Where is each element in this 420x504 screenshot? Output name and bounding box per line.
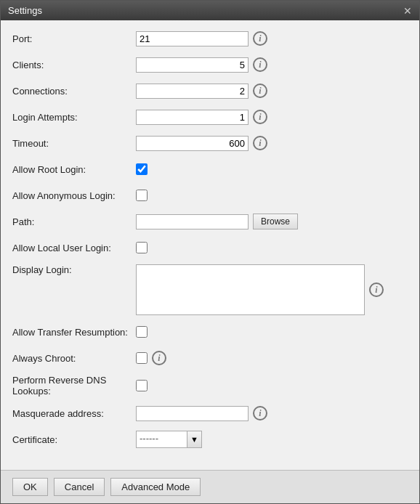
- connections-row: Connections: i: [12, 81, 408, 100]
- display-login-row: Display Login: i: [12, 264, 408, 315]
- allow-local-checkbox[interactable]: [136, 242, 148, 253]
- advanced-mode-button[interactable]: Advanced Mode: [110, 478, 201, 496]
- always-chroot-control: i: [136, 351, 408, 365]
- port-control: i: [136, 31, 408, 46]
- connections-info-icon[interactable]: i: [253, 84, 267, 98]
- port-label: Port:: [12, 33, 136, 44]
- clients-control: i: [136, 57, 408, 73]
- allow-root-checkbox[interactable]: [136, 163, 148, 175]
- reverse-dns-control: [136, 380, 408, 391]
- title-bar: Settings ✕: [1, 1, 419, 20]
- always-chroot-checkbox[interactable]: [136, 352, 148, 364]
- reverse-dns-label: Perform Reverse DNS Lookups:: [12, 375, 136, 397]
- allow-anon-control: [136, 190, 408, 201]
- certificate-value: ------: [136, 431, 187, 448]
- clients-info-icon[interactable]: i: [253, 57, 267, 72]
- login-attempts-info-icon[interactable]: i: [253, 110, 267, 124]
- allow-transfer-row: Allow Transfer Resumption:: [12, 322, 408, 341]
- allow-local-row: Allow Local User Login:: [12, 238, 408, 257]
- connections-input[interactable]: [136, 84, 249, 99]
- certificate-label: Certificate:: [12, 434, 136, 445]
- allow-root-row: Allow Root Login:: [12, 160, 408, 179]
- masquerade-info-icon[interactable]: i: [253, 406, 267, 420]
- clients-input[interactable]: [136, 57, 249, 73]
- certificate-dropdown[interactable]: ▼: [187, 431, 202, 448]
- display-login-textarea[interactable]: [136, 264, 365, 315]
- port-input[interactable]: [136, 31, 249, 46]
- settings-content: Port: i Clients: i Connections: i Login …: [1, 20, 419, 470]
- certificate-input-area: ------ ▼: [136, 431, 202, 448]
- connections-label: Connections:: [12, 86, 136, 97]
- login-attempts-input[interactable]: [136, 110, 249, 125]
- always-chroot-info-icon[interactable]: i: [152, 351, 166, 365]
- masquerade-row: Masquerade address: i: [12, 404, 408, 423]
- login-attempts-row: Login Attempts: i: [12, 107, 408, 126]
- certificate-control: ------ ▼: [136, 431, 408, 448]
- masquerade-label: Masquerade address:: [12, 408, 136, 419]
- reverse-dns-row: Perform Reverse DNS Lookups:: [12, 375, 408, 397]
- close-button[interactable]: ✕: [403, 6, 412, 16]
- certificate-row: Certificate: ------ ▼: [12, 430, 408, 449]
- path-row: Path: Browse: [12, 212, 408, 231]
- login-attempts-label: Login Attempts:: [12, 112, 136, 123]
- allow-anon-row: Allow Anonymous Login:: [12, 186, 408, 205]
- path-label: Path:: [12, 216, 136, 227]
- timeout-control: i: [136, 136, 408, 151]
- ok-button[interactable]: OK: [12, 478, 48, 496]
- allow-transfer-label: Allow Transfer Resumption:: [12, 327, 136, 338]
- path-input[interactable]: [136, 214, 249, 229]
- login-attempts-control: i: [136, 110, 408, 125]
- display-login-control: i: [136, 264, 408, 315]
- allow-local-control: [136, 242, 408, 253]
- masquerade-input[interactable]: [136, 406, 249, 421]
- masquerade-control: i: [136, 406, 408, 421]
- footer: OK Cancel Advanced Mode: [1, 470, 419, 503]
- port-row: Port: i: [12, 29, 408, 48]
- allow-anon-checkbox[interactable]: [136, 190, 148, 201]
- window-title: Settings: [8, 5, 42, 16]
- always-chroot-label: Always Chroot:: [12, 353, 136, 364]
- cancel-button[interactable]: Cancel: [54, 478, 105, 496]
- timeout-row: Timeout: i: [12, 134, 408, 153]
- allow-root-label: Allow Root Login:: [12, 164, 136, 175]
- display-login-label: Display Login:: [12, 264, 136, 275]
- timeout-input[interactable]: [136, 136, 249, 151]
- display-login-info-icon[interactable]: i: [369, 283, 384, 297]
- allow-transfer-checkbox[interactable]: [136, 326, 148, 338]
- allow-local-label: Allow Local User Login:: [12, 243, 136, 253]
- allow-root-control: [136, 163, 408, 175]
- always-chroot-row: Always Chroot: i: [12, 349, 408, 367]
- clients-row: Clients: i: [12, 55, 408, 74]
- path-control: Browse: [136, 214, 408, 229]
- settings-window: Settings ✕ Port: i Clients: i Connection…: [0, 0, 420, 504]
- allow-anon-label: Allow Anonymous Login:: [12, 190, 136, 201]
- browse-button[interactable]: Browse: [253, 214, 298, 229]
- connections-control: i: [136, 84, 408, 99]
- reverse-dns-checkbox[interactable]: [136, 380, 148, 391]
- timeout-label: Timeout:: [12, 138, 136, 149]
- allow-transfer-control: [136, 326, 408, 338]
- timeout-info-icon[interactable]: i: [253, 136, 267, 150]
- port-info-icon[interactable]: i: [253, 31, 267, 46]
- clients-label: Clients:: [12, 60, 136, 70]
